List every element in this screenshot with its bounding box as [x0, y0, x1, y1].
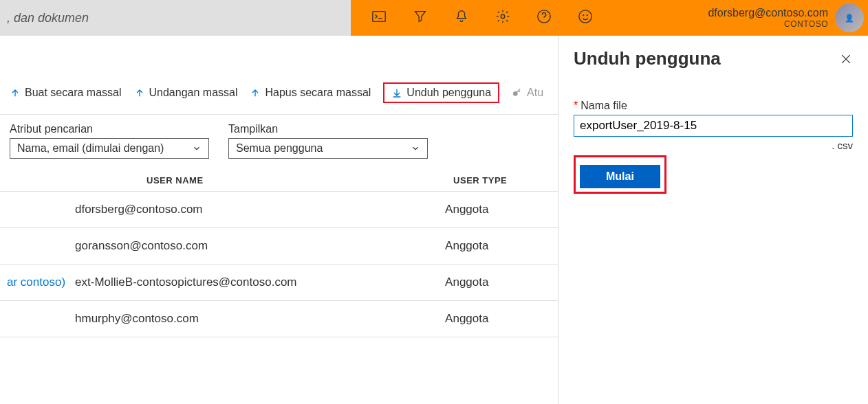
bulk-create-button[interactable]: Buat secara massal	[10, 87, 122, 99]
row-user-name: goransson@contoso.com	[71, 228, 438, 265]
row-prefix	[0, 301, 71, 337]
key-icon	[512, 87, 523, 98]
search-attr-label: Atribut pencarian	[10, 123, 209, 135]
reset-button[interactable]: Atu	[512, 87, 543, 99]
topbar: , dan dokumen dforsberg@contoso.com CONT…	[0, 0, 868, 36]
show-value: Semua pengguna	[236, 142, 323, 155]
show-select[interactable]: Semua pengguna	[228, 138, 428, 159]
bulk-create-label: Buat secara massal	[25, 87, 122, 99]
help-icon[interactable]	[536, 9, 552, 27]
users-content: Buat secara massal Undangan massal Hapus…	[0, 36, 558, 404]
users-table: USER NAME USER TYPE dforsberg@contoso.co…	[0, 170, 558, 337]
gear-icon[interactable]	[495, 9, 510, 27]
row-user-name: dforsberg@contoso.com	[71, 192, 438, 228]
svg-point-6	[514, 92, 517, 96]
main: Buat secara massal Undangan massal Hapus…	[0, 36, 868, 404]
cloud-shell-icon[interactable]	[371, 9, 387, 27]
row-user-name: hmurphy@contoso.com	[71, 301, 438, 337]
bulk-delete-label: Hapus secara massal	[265, 87, 371, 99]
row-prefix	[0, 228, 71, 265]
download-users-button[interactable]: Unduh pengguna	[383, 82, 499, 103]
panel-title: Unduh pengguna	[574, 48, 721, 69]
show-label: Tampilkan	[228, 123, 428, 135]
row-prefix	[0, 192, 71, 228]
bulk-delete-button[interactable]: Hapus secara massal	[250, 87, 371, 99]
table-row[interactable]: goransson@contoso.comAnggota	[0, 228, 558, 265]
account-menu[interactable]: dforsberg@contoso.com CONTOSO 👤	[708, 3, 868, 32]
row-user-type: Anggota	[438, 301, 558, 337]
row-user-name: ext-MollieB-contosopictures@contoso.com	[71, 265, 438, 301]
feedback-icon[interactable]	[578, 9, 593, 27]
chevron-down-icon	[192, 144, 202, 153]
file-extension: . csv	[574, 139, 853, 151]
svg-point-4	[583, 15, 584, 16]
svg-point-3	[579, 10, 592, 23]
svg-rect-0	[373, 12, 385, 22]
row-user-type: Anggota	[438, 265, 558, 301]
file-name-input[interactable]	[574, 115, 853, 137]
table-row[interactable]: dforsberg@contoso.comAnggota	[0, 192, 558, 228]
show-filter: Tampilkan Semua pengguna	[228, 123, 428, 159]
search-input[interactable]: , dan dokumen	[0, 0, 351, 36]
chevron-down-icon	[411, 144, 420, 153]
col-user-type[interactable]: USER TYPE	[438, 170, 558, 192]
download-panel: Unduh pengguna *Nama file . csv Mulai	[558, 36, 868, 404]
upload-arrow-icon	[250, 87, 261, 98]
col-user-name[interactable]: USER NAME	[71, 170, 438, 192]
table-row[interactable]: hmurphy@contoso.comAnggota	[0, 301, 558, 337]
avatar: 👤	[835, 3, 864, 32]
svg-point-1	[501, 14, 505, 19]
bulk-invite-button[interactable]: Undangan massal	[134, 87, 238, 99]
bulk-invite-label: Undangan massal	[149, 87, 238, 99]
account-org: CONTOSO	[708, 19, 828, 29]
start-button-highlight: Mulai	[574, 155, 666, 194]
file-name-label: *Nama file	[574, 100, 853, 112]
required-asterisk: *	[574, 100, 578, 111]
upload-arrow-icon	[134, 87, 145, 98]
download-users-label: Unduh pengguna	[406, 87, 491, 99]
filter-icon[interactable]	[413, 9, 428, 27]
download-arrow-icon	[391, 87, 402, 98]
table-row[interactable]: ar contoso)ext-MollieB-contosopictures@c…	[0, 265, 558, 301]
search-placeholder: , dan dokumen	[7, 11, 89, 25]
svg-point-5	[587, 15, 587, 16]
row-user-type: Anggota	[438, 192, 558, 228]
reset-label: Atu	[527, 87, 543, 99]
command-bar: Buat secara massal Undangan massal Hapus…	[0, 77, 558, 115]
search-attr-select[interactable]: Nama, email (dimulai dengan)	[10, 138, 209, 159]
bell-icon[interactable]	[454, 9, 469, 27]
row-user-type: Anggota	[438, 228, 558, 265]
row-prefix: ar contoso)	[0, 265, 71, 301]
upload-arrow-icon	[10, 87, 21, 98]
topbar-icons	[351, 9, 593, 27]
start-button[interactable]: Mulai	[580, 165, 660, 188]
account-email: dforsberg@contoso.com	[708, 7, 828, 19]
search-attr-filter: Atribut pencarian Nama, email (dimulai d…	[10, 123, 209, 159]
search-attr-value: Nama, email (dimulai dengan)	[17, 142, 164, 155]
filters: Atribut pencarian Nama, email (dimulai d…	[0, 115, 558, 166]
account-text: dforsberg@contoso.com CONTOSO	[708, 7, 828, 29]
close-icon[interactable]	[839, 52, 853, 66]
